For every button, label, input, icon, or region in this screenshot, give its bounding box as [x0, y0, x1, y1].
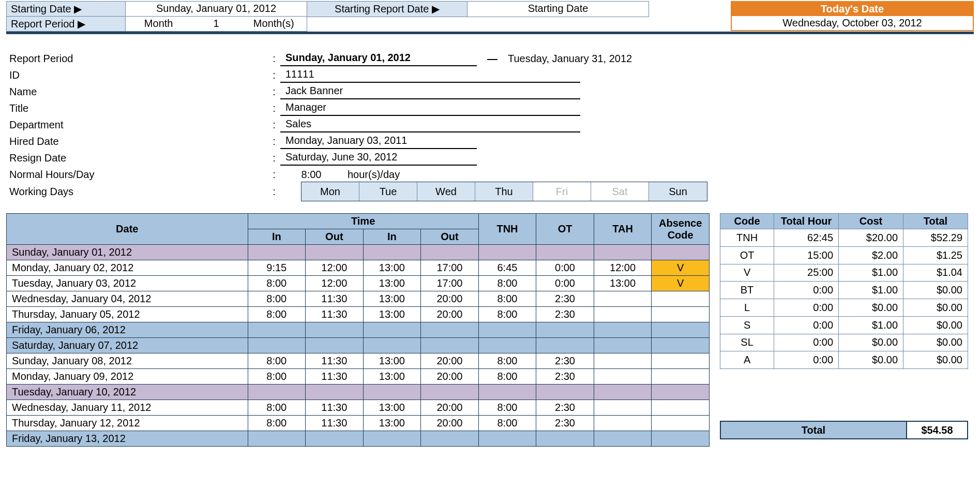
cell[interactable]: 12:00	[306, 260, 364, 276]
cell[interactable]: 8:00	[248, 291, 306, 307]
cell[interactable]: V	[652, 260, 710, 276]
cell[interactable]	[421, 322, 479, 338]
cell[interactable]: 8:00	[478, 307, 536, 322]
cell[interactable]	[594, 369, 652, 385]
cell[interactable]: 8:00	[478, 416, 536, 431]
cell[interactable]: 2:30	[536, 416, 594, 431]
cell[interactable]: 13:00	[363, 307, 421, 322]
cell[interactable]: 11:30	[306, 416, 364, 431]
cell[interactable]	[248, 431, 306, 447]
cell[interactable]: 13:00	[363, 353, 421, 369]
cell[interactable]: 13:00	[363, 369, 421, 385]
cell[interactable]	[594, 322, 652, 338]
daycell-thu[interactable]: Thu	[475, 182, 533, 201]
cell[interactable]: 2:30	[536, 400, 594, 416]
hired-val[interactable]: Monday, January 03, 2011	[280, 132, 477, 149]
cell[interactable]	[421, 245, 479, 260]
cell[interactable]	[363, 431, 421, 447]
cell[interactable]	[594, 431, 652, 447]
cell[interactable]: 13:00	[594, 276, 652, 291]
cell[interactable]	[652, 245, 710, 260]
cell[interactable]: 2:30	[536, 291, 594, 307]
cell[interactable]: 2:30	[536, 369, 594, 385]
cell[interactable]: Wednesday, January 11, 2012	[7, 400, 248, 416]
cell[interactable]	[248, 322, 306, 338]
cell[interactable]	[306, 385, 364, 400]
cell[interactable]: Tuesday, January 10, 2012	[7, 385, 248, 400]
cell[interactable]: 11:30	[306, 369, 364, 385]
cell[interactable]	[478, 338, 536, 353]
cell[interactable]	[363, 338, 421, 353]
cell[interactable]: Thursday, January 12, 2012	[7, 416, 248, 431]
cell[interactable]: 8:00	[248, 276, 306, 291]
cell[interactable]: 8:00	[248, 307, 306, 322]
cell[interactable]	[594, 416, 652, 431]
cell[interactable]	[421, 338, 479, 353]
cell[interactable]	[363, 245, 421, 260]
cell[interactable]	[478, 385, 536, 400]
cell[interactable]	[652, 400, 710, 416]
cell[interactable]: Friday, January 13, 2012	[7, 431, 248, 447]
cell[interactable]: 6:45	[478, 260, 536, 276]
cell[interactable]	[306, 338, 364, 353]
cell[interactable]: 11:30	[306, 291, 364, 307]
name-val[interactable]: Jack Banner	[280, 83, 580, 99]
cell[interactable]: 20:00	[421, 416, 479, 431]
cell[interactable]: 0:00	[536, 276, 594, 291]
cell[interactable]	[536, 385, 594, 400]
cell[interactable]: 13:00	[363, 416, 421, 431]
id-val[interactable]: 11111	[280, 66, 580, 83]
cell[interactable]	[248, 385, 306, 400]
cell[interactable]: 17:00	[421, 276, 479, 291]
cell[interactable]	[248, 338, 306, 353]
cell[interactable]	[248, 245, 306, 260]
cell[interactable]	[594, 385, 652, 400]
cell[interactable]: 8:00	[248, 416, 306, 431]
cell[interactable]	[536, 338, 594, 353]
cell[interactable]	[536, 431, 594, 447]
cell[interactable]	[594, 338, 652, 353]
cell[interactable]: 2:30	[536, 307, 594, 322]
cell[interactable]: 8:00	[248, 353, 306, 369]
cell[interactable]: 12:00	[306, 276, 364, 291]
cell[interactable]: V	[652, 276, 710, 291]
cell[interactable]: Saturday, January 07, 2012	[7, 338, 248, 353]
cell[interactable]	[652, 307, 710, 322]
cell[interactable]: Sunday, January 01, 2012	[7, 245, 248, 260]
cell[interactable]: Monday, January 09, 2012	[7, 369, 248, 385]
cell[interactable]	[536, 245, 594, 260]
cell[interactable]: 11:30	[306, 400, 364, 416]
cell[interactable]: Monday, January 02, 2012	[7, 260, 248, 276]
cell[interactable]: 0:00	[536, 260, 594, 276]
cell[interactable]: 8:00	[478, 353, 536, 369]
cell[interactable]	[594, 400, 652, 416]
cell[interactable]	[594, 353, 652, 369]
hours-val[interactable]: 8:00	[280, 167, 342, 182]
daycell-wed[interactable]: Wed	[417, 182, 475, 201]
cell[interactable]: 13:00	[363, 291, 421, 307]
cell[interactable]: 8:00	[248, 369, 306, 385]
daycell-sun[interactable]: Sun	[649, 182, 707, 201]
daycell-tue[interactable]: Tue	[359, 182, 417, 201]
cell[interactable]	[652, 416, 710, 431]
daycell-sat[interactable]: Sat	[591, 182, 649, 201]
cell[interactable]: 8:00	[248, 400, 306, 416]
title-val[interactable]: Manager	[280, 99, 580, 116]
cell[interactable]: 20:00	[421, 353, 479, 369]
cell[interactable]: 11:30	[306, 353, 364, 369]
cell[interactable]	[652, 369, 710, 385]
cell[interactable]: Tuesday, January 03, 2012	[7, 276, 248, 291]
daycell-mon[interactable]: Mon	[301, 182, 359, 201]
cell[interactable]: 20:00	[421, 400, 479, 416]
cell[interactable]	[306, 245, 364, 260]
cell[interactable]: 12:00	[594, 260, 652, 276]
cell[interactable]	[363, 385, 421, 400]
cell[interactable]: 8:00	[478, 400, 536, 416]
dept-val[interactable]: Sales	[280, 116, 580, 132]
cell[interactable]: 8:00	[478, 276, 536, 291]
cell[interactable]	[652, 322, 710, 338]
cell[interactable]: 20:00	[421, 307, 479, 322]
cell[interactable]: 17:00	[421, 260, 479, 276]
cell[interactable]	[306, 322, 364, 338]
cell[interactable]: 11:30	[306, 307, 364, 322]
